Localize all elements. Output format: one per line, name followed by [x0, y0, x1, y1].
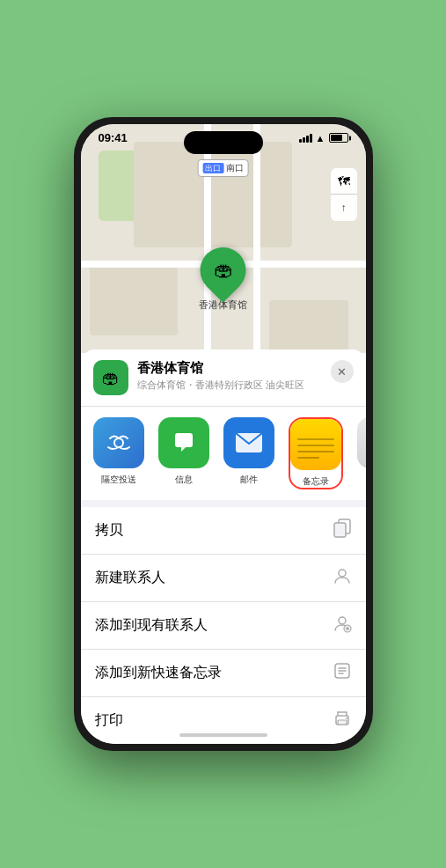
mail-svg: [234, 431, 264, 454]
signal-bar-3: [306, 136, 309, 143]
action-item-quick-note[interactable]: 添加到新快速备忘录: [81, 650, 366, 697]
action-item-add-existing[interactable]: 添加到现有联系人: [81, 602, 366, 650]
notes-line-3: [297, 451, 334, 452]
airdrop-label: 隔空投送: [101, 474, 136, 486]
more-icon: [357, 417, 366, 468]
svg-point-0: [114, 438, 123, 447]
notes-line-2: [297, 445, 334, 446]
notes-icon: [290, 419, 341, 470]
signal-bars-icon: [299, 134, 312, 143]
map-block-3: [90, 265, 178, 335]
signal-bar-4: [310, 134, 312, 143]
share-item-messages[interactable]: 信息: [158, 417, 209, 489]
print-icon: [333, 709, 352, 732]
map-label-prefix: 出口: [202, 163, 223, 173]
pin-circle: 🏟: [191, 238, 256, 303]
notes-lines: [297, 438, 334, 459]
phone-frame: 09:41 ▲: [74, 117, 373, 751]
share-row: 隔空投送 信息: [81, 407, 366, 507]
battery-icon: [329, 133, 348, 143]
signal-bar-2: [303, 137, 305, 143]
close-button[interactable]: ✕: [331, 360, 354, 383]
action-label-new-contact: 新建联系人: [95, 569, 165, 587]
action-label-print: 打印: [95, 711, 123, 730]
share-item-notes[interactable]: 备忘录: [289, 417, 343, 489]
close-icon: ✕: [337, 365, 347, 379]
messages-label: 信息: [175, 474, 193, 486]
status-time: 09:41: [99, 131, 128, 144]
action-list: 拷贝 新建联系人: [81, 507, 366, 744]
messages-icon: [158, 417, 209, 468]
dynamic-island: [184, 131, 263, 154]
map-buttons: 🗺 ↑: [331, 168, 357, 221]
notes-line-4: [297, 457, 319, 459]
bottom-sheet: 🏟 香港体育馆 综合体育馆・香港特别行政区 油尖旺区 ✕: [81, 349, 366, 744]
share-item-mail[interactable]: 邮件: [223, 417, 274, 489]
battery-fill: [331, 135, 343, 141]
svg-rect-14: [338, 720, 347, 725]
messages-svg: [170, 429, 198, 457]
notes-label: 备忘录: [303, 475, 329, 488]
action-item-copy[interactable]: 拷贝: [81, 507, 366, 555]
action-label-quick-note: 添加到新快速备忘录: [95, 664, 222, 682]
wifi-icon: ▲: [316, 133, 325, 143]
airdrop-svg: [106, 430, 132, 456]
map-view-button[interactable]: 🗺: [331, 168, 357, 195]
share-item-more[interactable]: 提: [357, 417, 366, 489]
map-label-text: 南口: [226, 163, 244, 173]
action-item-print[interactable]: 打印: [81, 697, 366, 744]
svg-point-15: [346, 717, 347, 719]
new-contact-icon: [333, 566, 352, 590]
stadium-pin: 🏟 香港体育馆: [199, 247, 247, 312]
notes-line-1: [297, 438, 334, 440]
venue-info: 香港体育馆 综合体育馆・香港特别行政区 油尖旺区: [137, 360, 322, 392]
home-indicator: [179, 733, 267, 737]
venue-card: 🏟 香港体育馆 综合体育馆・香港特别行政区 油尖旺区 ✕: [81, 349, 366, 407]
airdrop-icon: [93, 417, 144, 468]
phone-screen: 09:41 ▲: [81, 124, 366, 744]
quick-note-icon: [333, 661, 352, 685]
svg-point-5: [339, 617, 346, 624]
share-item-airdrop[interactable]: 隔空投送: [93, 417, 144, 489]
venue-name: 香港体育馆: [137, 360, 322, 377]
status-icons: ▲: [299, 133, 348, 143]
mail-icon: [223, 417, 274, 468]
venue-subtitle: 综合体育馆・香港特别行政区 油尖旺区: [137, 379, 322, 392]
map-block-2: [134, 142, 292, 247]
location-button[interactable]: ↑: [331, 195, 357, 221]
action-label-copy: 拷贝: [95, 521, 123, 540]
action-item-new-contact[interactable]: 新建联系人: [81, 555, 366, 602]
venue-icon: 🏟: [93, 360, 128, 395]
add-existing-icon: [333, 614, 352, 637]
mail-label: 邮件: [240, 474, 258, 486]
copy-icon: [333, 519, 352, 542]
svg-rect-3: [334, 523, 346, 537]
action-label-add-existing: 添加到现有联系人: [95, 616, 208, 635]
svg-point-4: [339, 570, 346, 577]
signal-bar-1: [299, 139, 302, 143]
pin-icon: 🏟: [214, 259, 233, 282]
map-label: 出口 南口: [197, 159, 249, 177]
